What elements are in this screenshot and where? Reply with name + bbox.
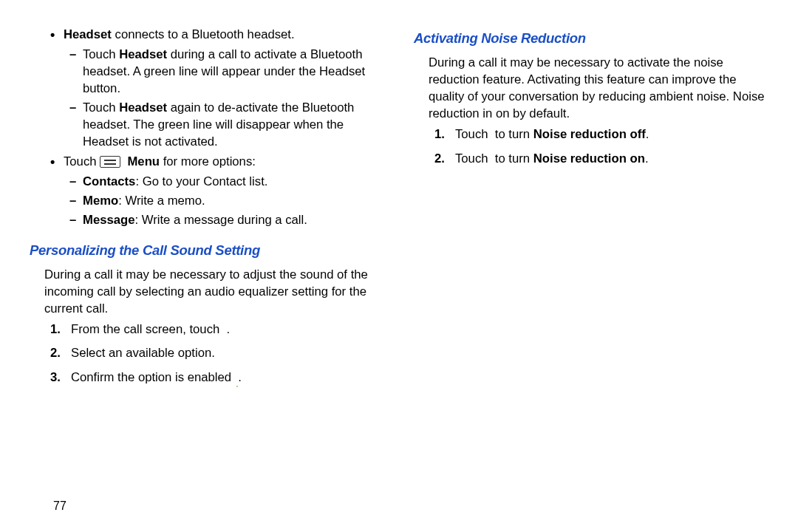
section-para-noise-reduction: During a call it may be necessary to act… <box>429 54 768 122</box>
bullet-headset-label: Headset <box>64 27 112 41</box>
text: for more options: <box>160 154 256 168</box>
text: Touch <box>83 100 119 115</box>
step-2: Select an available option. <box>50 344 384 364</box>
noise-step-2: Touch to turn Noise reduction on. <box>434 149 768 169</box>
text: Touch <box>455 151 491 166</box>
text: : Write a message during a call. <box>135 213 307 227</box>
bullet-headset-desc: connects to a Bluetooth headset. <box>112 27 295 41</box>
text: Touch <box>83 47 119 61</box>
text: From the call screen, touch <box>71 322 223 336</box>
headset-sublist: Touch Headset during a call to activate … <box>64 46 384 150</box>
text: Touch <box>455 127 491 141</box>
text: to turn <box>491 127 533 141</box>
bullet-menu: Touch Menu for more options: Contacts: G… <box>50 153 384 228</box>
text-bold: Menu <box>127 154 160 168</box>
text-bold: Contacts <box>83 174 135 188</box>
bullet-headset: Headset connects to a Bluetooth headset.… <box>50 26 384 150</box>
section-heading-noise-reduction: Activating Noise Reduction <box>414 30 768 47</box>
section-heading-personalizing: Personalizing the Call Sound Setting <box>30 242 384 259</box>
steps-noise-reduction: Touch to turn Noise reduction off. Touch… <box>434 125 768 168</box>
page-number: 77 <box>53 499 66 513</box>
headset-sub-0: Touch Headset during a call to activate … <box>64 46 384 97</box>
text-bold: Headset <box>119 100 167 115</box>
text-bold: Memo <box>83 194 118 208</box>
headset-sub-1: Touch Headset again to de-activate the B… <box>64 99 384 150</box>
text: : Write a memo. <box>118 194 205 208</box>
step-3: Confirm the option is enabled . <box>50 368 384 388</box>
menu-item-1: Memo: Write a memo. <box>64 192 384 209</box>
text: to turn <box>491 151 533 166</box>
text-bold: Noise reduction on <box>533 151 645 166</box>
text: . <box>646 127 649 141</box>
text-bold: Message <box>83 213 135 227</box>
text: . <box>223 322 230 336</box>
text: Confirm the option is enabled <box>71 370 235 384</box>
text: : Go to your Contact list. <box>135 174 267 188</box>
text: Touch <box>64 154 100 168</box>
text: . <box>235 370 242 384</box>
left-column: Headset connects to a Bluetooth headset.… <box>30 26 399 514</box>
menu-sublist: Contacts: Go to your Contact list. Memo:… <box>64 173 384 228</box>
right-column: Activating Noise Reduction During a call… <box>399 26 768 514</box>
text-bold: Noise reduction off <box>533 127 646 141</box>
section-para-personalizing: During a call it may be necessary to adj… <box>44 266 384 317</box>
text: Select an available option. <box>71 346 215 360</box>
text-bold: Headset <box>119 47 167 61</box>
bullet-list-features: Headset connects to a Bluetooth headset.… <box>50 26 384 229</box>
steps-personalizing: From the call screen, touch . Select an … <box>50 320 384 388</box>
text: . <box>645 151 649 166</box>
menu-icon <box>100 156 120 168</box>
menu-item-2: Message: Write a message during a call. <box>64 211 384 228</box>
noise-step-1: Touch to turn Noise reduction off. <box>434 125 768 145</box>
step-1: From the call screen, touch . <box>50 320 384 340</box>
menu-item-0: Contacts: Go to your Contact list. <box>64 173 384 190</box>
